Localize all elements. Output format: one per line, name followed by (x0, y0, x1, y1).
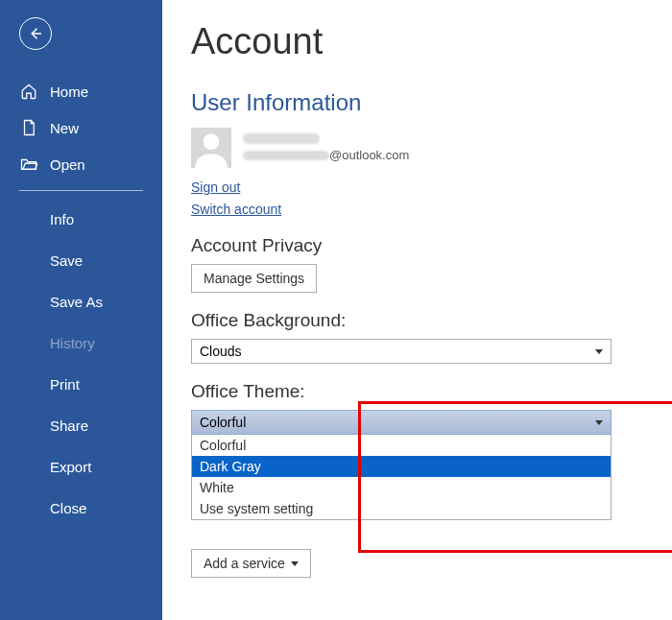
nav-info[interactable]: Info (0, 199, 162, 240)
nav-label: Save As (50, 294, 103, 310)
email-prefix-redacted (243, 151, 329, 160)
nav-save[interactable]: Save (0, 240, 162, 281)
home-icon (19, 83, 38, 100)
nav-history: History (0, 322, 162, 364)
user-name-redacted (243, 133, 320, 144)
privacy-heading: Account Privacy (191, 235, 643, 256)
nav-label: Export (50, 459, 91, 475)
new-doc-icon (19, 119, 38, 136)
nav-label: Open (50, 156, 85, 173)
nav-home[interactable]: Home (0, 73, 162, 109)
theme-heading: Office Theme: (191, 381, 643, 402)
open-folder-icon (19, 155, 38, 173)
nav-label: Close (50, 500, 86, 516)
page-title: Account (191, 21, 643, 62)
user-row: @outlook.com (191, 128, 643, 168)
nav-label: Share (50, 417, 88, 434)
nav-label: Info (50, 211, 74, 227)
nav-export[interactable]: Export (0, 446, 162, 488)
nav-new[interactable]: New (0, 109, 162, 146)
user-text: @outlook.com (243, 133, 409, 162)
nav-label: Save (50, 252, 83, 269)
chevron-down-icon (595, 349, 603, 354)
theme-option-use-system[interactable]: Use system setting (192, 498, 611, 519)
theme-option-white[interactable]: White (192, 477, 611, 498)
nav-bottom-group: Info Save Save As History Print Share Ex… (0, 199, 162, 529)
theme-value: Colorful (200, 415, 246, 430)
switch-account-link[interactable]: Switch account (191, 202, 281, 217)
nav-top-group: Home New Open (0, 73, 162, 182)
avatar (191, 128, 231, 168)
chevron-down-icon (595, 420, 603, 425)
theme-option-dark-gray[interactable]: Dark Gray (192, 456, 611, 477)
add-service-button[interactable]: Add a service (191, 549, 311, 578)
theme-group: Office Theme: Colorful Colorful Dark Gra… (191, 381, 643, 520)
below-theme-area: Add a service (191, 526, 643, 578)
theme-option-colorful[interactable]: Colorful (192, 435, 611, 456)
nav-label: Home (50, 83, 88, 100)
background-heading: Office Background: (191, 310, 643, 331)
background-value: Clouds (200, 344, 242, 359)
person-icon (191, 128, 231, 168)
manage-settings-button[interactable]: Manage Settings (191, 264, 317, 293)
user-email: @outlook.com (243, 148, 409, 162)
theme-dropdown[interactable]: Colorful Colorful Dark Gray White Use sy… (191, 410, 612, 520)
theme-selected[interactable]: Colorful (191, 410, 612, 435)
svg-point-1 (204, 133, 220, 150)
email-suffix: @outlook.com (329, 148, 409, 162)
nav-label: Print (50, 376, 80, 393)
user-info-heading: User Information (191, 89, 643, 116)
nav-share[interactable]: Share (0, 405, 162, 446)
add-service-label: Add a service (204, 556, 285, 571)
sign-out-link[interactable]: Sign out (191, 179, 240, 195)
nav-save-as[interactable]: Save As (0, 281, 162, 322)
backstage-sidebar: Home New Open Info Save Save As History … (0, 0, 162, 620)
back-arrow-icon (27, 25, 44, 42)
nav-close[interactable]: Close (0, 488, 162, 529)
nav-print[interactable]: Print (0, 364, 162, 405)
nav-label: History (50, 335, 95, 351)
theme-options-list: Colorful Dark Gray White Use system sett… (191, 435, 612, 520)
main-panel: Account User Information @outlook.com Si… (162, 0, 672, 620)
back-button[interactable] (19, 17, 52, 50)
nav-open[interactable]: Open (0, 146, 162, 182)
nav-label: New (50, 120, 79, 136)
chevron-down-icon (291, 561, 299, 566)
background-dropdown[interactable]: Clouds (191, 339, 612, 364)
nav-divider (19, 190, 143, 191)
